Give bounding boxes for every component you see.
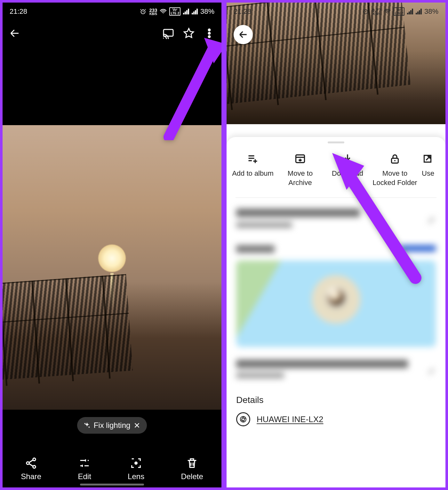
wifi-icon	[384, 8, 391, 15]
download-button[interactable]: Download	[324, 153, 371, 187]
status-right-cluster: 0.77 KB/S Vo¹LTE 2 38%	[362, 7, 438, 16]
status-bar: 21:28 0.77 KB/S Vo¹LTE 2 38%	[227, 3, 445, 20]
back-button[interactable]	[234, 25, 253, 44]
sliders-icon	[78, 457, 91, 470]
move-to-locked-folder-button[interactable]: Move to Locked Folder	[371, 153, 419, 187]
svg-point-13	[394, 160, 396, 161]
signal-icon-2	[416, 9, 422, 14]
cast-icon	[163, 28, 174, 39]
lock-icon	[389, 153, 401, 165]
trash-icon	[186, 457, 198, 470]
status-bar: 21:28 233 KB/S Vo¹LTE 2 38%	[3, 3, 221, 20]
status-battery: 38%	[200, 7, 214, 16]
arrow-left-icon	[238, 29, 248, 40]
pencil-icon	[428, 216, 436, 224]
delete-button[interactable]: Delete	[181, 457, 203, 481]
cast-button[interactable]	[163, 28, 174, 40]
location-map[interactable]	[236, 261, 436, 347]
sheet-grabber[interactable]	[328, 141, 344, 143]
action-label: Use	[422, 169, 434, 178]
status-data-rate: 0.77 KB/S	[372, 8, 381, 16]
aperture-icon	[236, 412, 250, 426]
date-caption-section[interactable]	[227, 198, 445, 231]
add-to-album-button[interactable]: Add to album	[229, 153, 276, 187]
svg-point-9	[134, 462, 138, 465]
status-battery: 38%	[424, 7, 438, 16]
home-indicator[interactable]	[80, 484, 144, 486]
edit-label: Edit	[78, 472, 91, 481]
status-time: 21:28	[234, 7, 251, 16]
signal-icon	[183, 9, 189, 14]
photo-top-toolbar	[3, 20, 221, 47]
close-icon[interactable]	[133, 422, 140, 429]
arrow-left-icon	[9, 28, 20, 39]
wifi-icon	[160, 8, 167, 15]
lte-badge: Vo¹LTE 2	[393, 7, 404, 16]
location-header	[227, 231, 445, 258]
fix-lighting-chip[interactable]: Fix lighting	[77, 417, 147, 434]
device-row[interactable]: HUAWEI INE-LX2	[227, 411, 445, 432]
star-icon	[183, 28, 195, 39]
alarm-icon	[140, 8, 147, 15]
chip-label: Fix lighting	[94, 421, 131, 430]
archive-icon	[294, 153, 306, 165]
delete-label: Delete	[181, 472, 203, 481]
download-icon	[342, 153, 353, 165]
lens-button[interactable]: Lens	[128, 457, 144, 481]
map-pin-icon	[326, 287, 346, 307]
action-label: Move to Locked Folder	[371, 169, 419, 187]
lens-icon	[130, 457, 142, 470]
see-places-link[interactable]	[401, 245, 436, 252]
status-right-cluster: 233 KB/S Vo¹LTE 2 38%	[140, 7, 214, 16]
action-label: Download	[332, 169, 363, 178]
photo-bottom-bar: Share Edit Lens Delete	[3, 457, 221, 481]
edit-date-button[interactable]	[428, 216, 436, 224]
lte-badge: Vo¹LTE 2	[169, 7, 180, 16]
use-as-button[interactable]: Use	[419, 153, 441, 187]
photo-content	[227, 3, 445, 124]
back-button[interactable]	[9, 28, 20, 40]
status-time: 21:28	[10, 7, 27, 16]
more-vertical-icon	[204, 28, 215, 39]
favorite-button[interactable]	[183, 28, 195, 40]
lens-label: Lens	[128, 472, 144, 481]
sheet-action-row: Add to album Move to Archive Download Mo…	[227, 146, 445, 197]
edit-button[interactable]: Edit	[78, 457, 91, 481]
suggestion-chip-row: Fix lighting	[3, 417, 221, 434]
svg-point-2	[208, 29, 210, 31]
signal-icon	[407, 9, 413, 14]
svg-rect-1	[164, 29, 173, 36]
open-in-new-icon	[422, 153, 433, 165]
place-name-section[interactable]	[227, 353, 445, 388]
photo-content	[3, 125, 221, 410]
location-label	[236, 245, 275, 253]
pencil-icon	[428, 367, 436, 375]
phone-screen-photo-details-sheet: 21:28 0.77 KB/S Vo¹LTE 2 38% Add to albu…	[225, 1, 447, 489]
action-label: Add to album	[232, 169, 274, 178]
signal-icon-2	[192, 9, 198, 14]
svg-point-4	[208, 36, 210, 38]
sparkle-icon	[84, 422, 91, 429]
photo-info-sheet[interactable]: Add to album Move to Archive Download Mo…	[227, 137, 445, 487]
edit-location-button[interactable]	[428, 367, 436, 375]
alarm-icon	[362, 8, 369, 15]
svg-point-14	[240, 416, 246, 422]
details-heading: Details	[227, 388, 445, 411]
status-data-rate: 233 KB/S	[149, 8, 157, 16]
action-label: Move to Archive	[276, 169, 324, 187]
device-model: HUAWEI INE-LX2	[257, 414, 324, 424]
more-menu-button[interactable]	[204, 28, 215, 40]
move-to-archive-button[interactable]: Move to Archive	[276, 153, 324, 187]
playlist-add-icon	[247, 153, 259, 165]
svg-point-3	[208, 32, 210, 34]
share-label: Share	[21, 472, 41, 481]
share-icon	[25, 457, 37, 470]
phone-screen-photo-viewer: 21:28 233 KB/S Vo¹LTE 2 38%	[1, 1, 223, 489]
share-button[interactable]: Share	[21, 457, 41, 481]
